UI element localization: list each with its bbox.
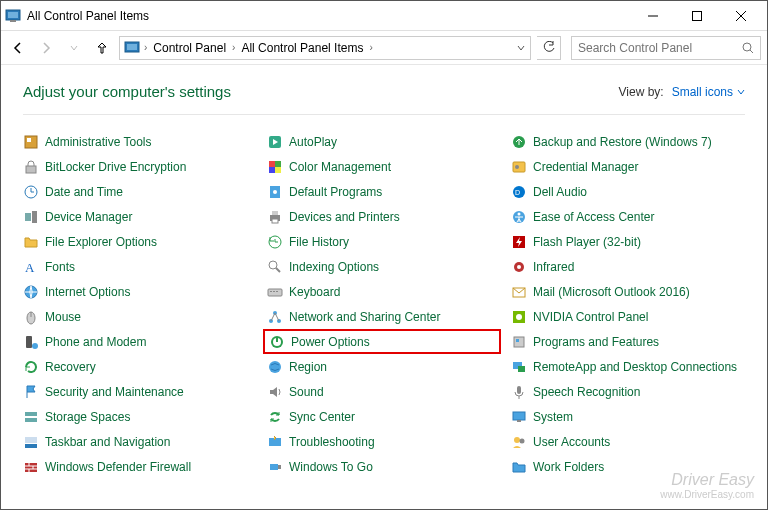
breadcrumb-all-items[interactable]: All Control Panel Items [239, 41, 365, 55]
item-label: Mail (Microsoft Outlook 2016) [533, 285, 690, 299]
titlebar: All Control Panel Items [1, 1, 767, 31]
remote-icon [511, 359, 527, 375]
item-indexing-options[interactable]: Indexing Options [267, 254, 501, 279]
svg-point-33 [518, 212, 521, 215]
item-date-time[interactable]: Date and Time [23, 179, 257, 204]
item-phone-modem[interactable]: Phone and Modem [23, 329, 257, 354]
item-backup-restore[interactable]: Backup and Restore (Windows 7) [511, 129, 745, 154]
item-mail[interactable]: Mail (Microsoft Outlook 2016) [511, 279, 745, 304]
svg-point-21 [515, 165, 519, 169]
search-input[interactable] [572, 41, 736, 55]
svg-point-60 [269, 361, 281, 373]
item-troubleshooting[interactable]: Troubleshooting [267, 429, 501, 454]
index-icon [267, 259, 283, 275]
mail-icon [511, 284, 527, 300]
item-label: Sound [289, 385, 324, 399]
view-by-dropdown[interactable]: Small icons [672, 85, 745, 99]
font-icon: A [23, 259, 39, 275]
item-security-maintenance[interactable]: Security and Maintenance [23, 379, 257, 404]
item-dell-audio[interactable]: DDell Audio [511, 179, 745, 204]
item-label: Flash Player (32-bit) [533, 235, 641, 249]
svg-text:D: D [515, 189, 520, 196]
item-label: User Accounts [533, 435, 610, 449]
item-label: Backup and Restore (Windows 7) [533, 135, 712, 149]
item-storage-spaces[interactable]: Storage Spaces [23, 404, 257, 429]
refresh-button[interactable] [537, 36, 561, 60]
globe-icon [23, 284, 39, 300]
item-speech-recognition[interactable]: Speech Recognition [511, 379, 745, 404]
region-icon [267, 359, 283, 375]
item-color-management[interactable]: Color Management [267, 154, 501, 179]
item-label: Speech Recognition [533, 385, 640, 399]
item-system[interactable]: System [511, 404, 745, 429]
svg-rect-43 [270, 291, 272, 292]
back-button[interactable] [7, 37, 29, 59]
up-button[interactable] [91, 37, 113, 59]
item-nvidia[interactable]: NVIDIA Control Panel [511, 304, 745, 329]
item-user-accounts[interactable]: User Accounts [511, 429, 745, 454]
close-button[interactable] [719, 2, 763, 30]
item-taskbar-navigation[interactable]: Taskbar and Navigation [23, 429, 257, 454]
item-bitlocker[interactable]: BitLocker Drive Encryption [23, 154, 257, 179]
minimize-button[interactable] [631, 2, 675, 30]
search-icon[interactable] [736, 41, 760, 55]
item-internet-options[interactable]: Internet Options [23, 279, 257, 304]
item-autoplay[interactable]: AutoPlay [267, 129, 501, 154]
item-file-explorer-options[interactable]: File Explorer Options [23, 229, 257, 254]
items-grid: Administrative ToolsAutoPlayBackup and R… [23, 115, 745, 479]
svg-point-37 [269, 261, 277, 269]
item-windows-to-go[interactable]: Windows To Go [267, 454, 501, 479]
folder-icon [23, 234, 39, 250]
item-label: Indexing Options [289, 260, 379, 274]
item-power-options[interactable]: Power Options [263, 329, 501, 354]
chevron-right-icon: › [369, 42, 372, 53]
item-default-programs[interactable]: Default Programs [267, 179, 501, 204]
svg-rect-16 [269, 161, 275, 167]
item-fonts[interactable]: AFonts [23, 254, 257, 279]
dell-icon: D [511, 184, 527, 200]
item-sound[interactable]: Sound [267, 379, 501, 404]
item-administrative-tools[interactable]: Administrative Tools [23, 129, 257, 154]
svg-point-24 [273, 190, 277, 194]
item-infrared[interactable]: Infrared [511, 254, 745, 279]
item-label: Power Options [291, 335, 370, 349]
item-label: Network and Sharing Center [289, 310, 440, 324]
item-region[interactable]: Region [267, 354, 501, 379]
item-firewall[interactable]: Windows Defender Firewall [23, 454, 257, 479]
item-sync-center[interactable]: Sync Center [267, 404, 501, 429]
credential-icon [511, 159, 527, 175]
svg-rect-28 [32, 211, 37, 223]
chevron-right-icon: › [144, 42, 147, 53]
svg-point-9 [743, 43, 751, 51]
item-device-manager[interactable]: Device Manager [23, 204, 257, 229]
address-bar[interactable]: › Control Panel › All Control Panel Item… [119, 36, 531, 60]
item-remoteapp[interactable]: RemoteApp and Desktop Connections [511, 354, 745, 379]
svg-rect-74 [270, 464, 278, 470]
item-label: Infrared [533, 260, 574, 274]
svg-rect-68 [25, 444, 37, 448]
svg-rect-42 [268, 289, 282, 296]
item-file-history[interactable]: File History [267, 229, 501, 254]
item-network-sharing[interactable]: Network and Sharing Center [267, 304, 501, 329]
svg-rect-65 [25, 418, 37, 422]
item-devices-printers[interactable]: Devices and Printers [267, 204, 501, 229]
color-icon [267, 159, 283, 175]
network-icon [267, 309, 283, 325]
view-by-label: View by: [619, 85, 664, 99]
nav-toolbar: › Control Panel › All Control Panel Item… [1, 31, 767, 65]
item-mouse[interactable]: Mouse [23, 304, 257, 329]
item-recovery[interactable]: Recovery [23, 354, 257, 379]
item-keyboard[interactable]: Keyboard [267, 279, 501, 304]
address-dropdown[interactable] [516, 43, 526, 53]
search-box[interactable] [571, 36, 761, 60]
item-flash-player[interactable]: Flash Player (32-bit) [511, 229, 745, 254]
view-by-control: View by: Small icons [619, 85, 746, 99]
recovery-icon [23, 359, 39, 375]
maximize-button[interactable] [675, 2, 719, 30]
breadcrumb-control-panel[interactable]: Control Panel [151, 41, 228, 55]
item-programs-features[interactable]: Programs and Features [511, 329, 745, 354]
item-credential-manager[interactable]: Credential Manager [511, 154, 745, 179]
item-ease-of-access[interactable]: Ease of Access Center [511, 204, 745, 229]
flash-icon [511, 234, 527, 250]
recent-dropdown[interactable] [63, 37, 85, 59]
